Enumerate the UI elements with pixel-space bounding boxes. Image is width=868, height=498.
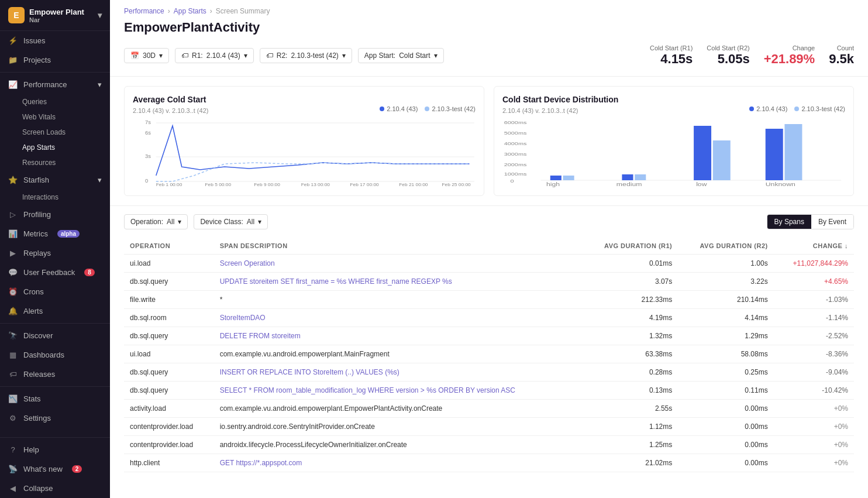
sidebar-item-crons[interactable]: ⏰ Crons bbox=[0, 282, 110, 301]
svg-text:0: 0 bbox=[145, 178, 148, 184]
cell-r1: 3.07s bbox=[583, 273, 678, 291]
profiling-icon: ▷ bbox=[8, 210, 18, 219]
sidebar: E Empower Plant Nar ▾ ⚡ Issues 📁 Project… bbox=[0, 0, 110, 498]
svg-text:Feb 9 00:00: Feb 9 00:00 bbox=[254, 182, 280, 187]
col-r1: AVG DURATION (R1) bbox=[583, 238, 678, 255]
bar-chart-svg: 6000ms 5000ms 4000ms 3000ms 2000ms 1000m… bbox=[502, 117, 845, 187]
sidebar-item-help[interactable]: ? Help bbox=[0, 440, 110, 459]
svg-text:medium: medium bbox=[616, 181, 642, 187]
sidebar-item-issues[interactable]: ⚡ Issues bbox=[0, 31, 110, 50]
sidebar-item-replays[interactable]: ▶ Replays bbox=[0, 243, 110, 263]
line-chart-card: Average Cold Start 2.10.4 (43) v. 2.10.3… bbox=[124, 86, 484, 196]
sidebar-item-label: Replays bbox=[23, 249, 51, 257]
sidebar-item-label: Settings bbox=[23, 414, 51, 423]
by-spans-button[interactable]: By Spans bbox=[767, 215, 811, 229]
cell-r2: 210.14ms bbox=[678, 291, 773, 309]
cell-r1: 1.25ms bbox=[583, 436, 678, 454]
svg-text:0: 0 bbox=[511, 178, 514, 183]
sidebar-item-discover[interactable]: 🔭 Discover bbox=[0, 326, 110, 345]
release-icon: 🏷 bbox=[8, 370, 18, 379]
spans-table: OPERATION SPAN DESCRIPTION AVG DURATION … bbox=[124, 238, 854, 472]
cell-change: +11,027,844.29% bbox=[774, 255, 854, 273]
sidebar-item-starfish[interactable]: ⭐ Starfish ▾ bbox=[0, 170, 110, 190]
sidebar-item-alerts[interactable]: 🔔 Alerts bbox=[0, 301, 110, 321]
cell-operation: ui.load bbox=[124, 255, 214, 273]
org-logo: E bbox=[8, 7, 25, 23]
sidebar-item-dashboards[interactable]: ▦ Dashboards bbox=[0, 345, 110, 365]
bar-chart-title: Cold Start Device Distribution bbox=[502, 95, 845, 104]
line-chart-legend: 2.10.4 (43) 2.10.3-test (42) bbox=[380, 105, 476, 112]
sidebar-item-user-feedback[interactable]: 💬 User Feedback 8 bbox=[0, 263, 110, 282]
cell-r2: 1.29ms bbox=[678, 327, 773, 345]
sidebar-sub-queries[interactable]: Queries bbox=[0, 94, 110, 109]
sidebar-item-settings[interactable]: ⚙ Settings bbox=[0, 408, 110, 428]
cell-r1: 4.19ms bbox=[583, 309, 678, 327]
span-link[interactable]: StoreItemDAO bbox=[220, 314, 266, 322]
sidebar-sub-interactions[interactable]: Interactions bbox=[0, 190, 110, 205]
operation-label: Operation: bbox=[130, 218, 163, 226]
sidebar-sub-web-vitals[interactable]: Web Vitals bbox=[0, 109, 110, 125]
cell-r2: 0.00ms bbox=[678, 400, 773, 418]
divider bbox=[0, 323, 110, 324]
r2-label: R2: bbox=[277, 51, 288, 60]
feedback-badge: 8 bbox=[84, 269, 95, 276]
cell-operation: http.client bbox=[124, 454, 214, 472]
sidebar-item-label: Collapse bbox=[23, 484, 53, 493]
r1-selector[interactable]: 🏷 R1: 2.10.4 (43) ▾ bbox=[175, 48, 254, 63]
performance-icon: 📈 bbox=[8, 80, 18, 89]
svg-rect-29 bbox=[784, 124, 802, 180]
table-row: db.sql.room StoreItemDAO 4.19ms 4.14ms -… bbox=[124, 309, 854, 327]
sidebar-sub-app-starts[interactable]: App Starts bbox=[0, 140, 110, 155]
alpha-badge: alpha bbox=[57, 230, 80, 238]
cell-span: io.sentry.android.core.SentryInitProvide… bbox=[214, 418, 583, 436]
span-link[interactable]: INSERT OR REPLACE INTO StoreItem (..) VA… bbox=[220, 368, 399, 376]
sidebar-item-releases[interactable]: 🏷 Releases bbox=[0, 365, 110, 384]
sidebar-item-whats-new[interactable]: 📡 What's new 2 bbox=[0, 459, 110, 479]
by-event-button[interactable]: By Event bbox=[811, 215, 853, 229]
sidebar-item-projects[interactable]: 📁 Projects bbox=[0, 50, 110, 70]
table-header: OPERATION SPAN DESCRIPTION AVG DURATION … bbox=[124, 238, 854, 255]
bar-chart-legend: 2.10.4 (43) 2.10.3-test (42) bbox=[749, 105, 845, 112]
breadcrumb-performance[interactable]: Performance bbox=[124, 7, 164, 15]
sidebar-sub-resources[interactable]: Resources bbox=[0, 155, 110, 170]
span-link[interactable]: SELECT * FROM room_table_modification_lo… bbox=[220, 386, 515, 394]
breadcrumb-app-starts[interactable]: App Starts bbox=[174, 7, 206, 15]
operation-filter[interactable]: Operation: All ▾ bbox=[124, 214, 188, 229]
charts-row: Average Cold Start 2.10.4 (43) v. 2.10.3… bbox=[110, 77, 868, 206]
span-link[interactable]: DELETE FROM storeitem bbox=[220, 332, 301, 340]
cell-r2: 3.22s bbox=[678, 273, 773, 291]
period-selector[interactable]: 📅 30D ▾ bbox=[124, 48, 169, 63]
device-class-filter[interactable]: Device Class: All ▾ bbox=[194, 214, 268, 229]
chevron-icon: ▾ bbox=[98, 176, 102, 184]
sidebar-item-collapse[interactable]: ◀ Collapse bbox=[0, 479, 110, 498]
sidebar-sub-screen-loads[interactable]: Screen Loads bbox=[0, 125, 110, 140]
cell-operation: db.sql.query bbox=[124, 273, 214, 291]
gear-icon: ⚙ bbox=[8, 414, 18, 423]
crons-icon: ⏰ bbox=[8, 287, 18, 296]
cell-r1: 63.38ms bbox=[583, 345, 678, 363]
svg-rect-27 bbox=[713, 140, 731, 180]
sidebar-item-stats[interactable]: 📉 Stats bbox=[0, 389, 110, 408]
span-link[interactable]: Screen Operation bbox=[220, 259, 275, 267]
sidebar-item-label: Metrics bbox=[23, 229, 48, 238]
col-change: CHANGE ↓ bbox=[774, 238, 854, 255]
sidebar-item-profiling[interactable]: ▷ Profiling bbox=[0, 205, 110, 224]
cell-change: -10.42% bbox=[774, 382, 854, 400]
line-chart-subtitle: 2.10.4 (43) v. 2.10.3..t (42) bbox=[133, 107, 208, 114]
r2-selector[interactable]: 🏷 R2: 2.10.3-test (42) ▾ bbox=[260, 48, 352, 63]
cell-span: GET https://*.appspot.com bbox=[214, 454, 583, 472]
svg-text:Feb 25 00:00: Feb 25 00:00 bbox=[442, 182, 471, 187]
sidebar-section-performance[interactable]: 📈 Performance ▾ bbox=[0, 75, 110, 94]
svg-text:7s: 7s bbox=[145, 119, 151, 125]
svg-rect-23 bbox=[563, 176, 574, 180]
sidebar-item-metrics[interactable]: 📊 Metrics alpha bbox=[0, 224, 110, 243]
cell-r1: 0.01ms bbox=[583, 255, 678, 273]
legend-item-2: 2.10.3-test (42) bbox=[425, 105, 476, 112]
table-row: activity.load com.example.vu.android.emp… bbox=[124, 400, 854, 418]
sidebar-item-label: Discover bbox=[23, 331, 53, 340]
app-start-selector[interactable]: App Start: Cold Start ▾ bbox=[358, 48, 444, 63]
span-link[interactable]: GET https://*.appspot.com bbox=[220, 459, 302, 467]
span-link[interactable]: UPDATE storeitem SET first_name = %s WHE… bbox=[220, 277, 452, 286]
tag-icon: 🏷 bbox=[181, 51, 188, 60]
org-switcher[interactable]: E Empower Plant Nar ▾ bbox=[0, 0, 110, 31]
